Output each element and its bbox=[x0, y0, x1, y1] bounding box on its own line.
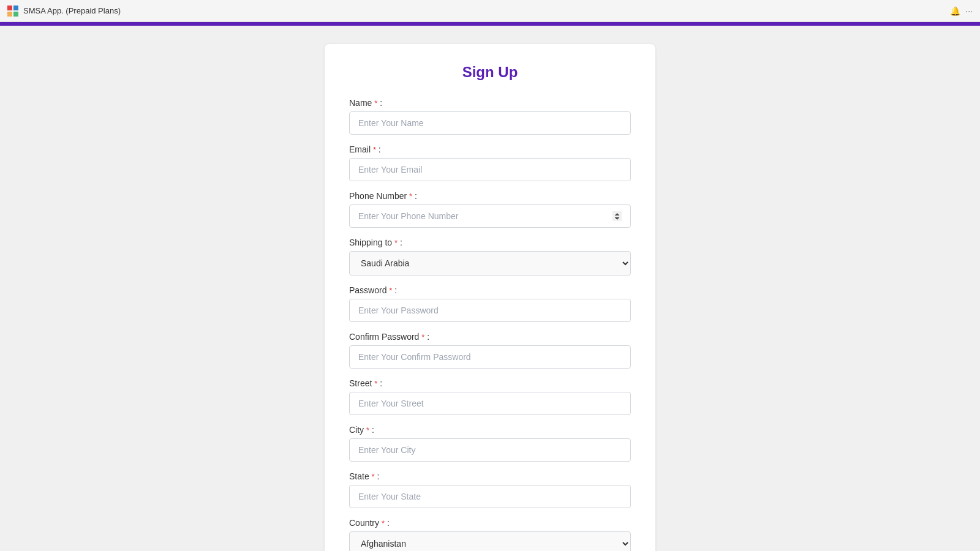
street-field-group: Street * : bbox=[349, 378, 631, 415]
state-label: State * : bbox=[349, 471, 631, 481]
street-input[interactable] bbox=[349, 392, 631, 415]
city-required-star: * bbox=[366, 425, 369, 435]
password-label: Password * : bbox=[349, 285, 631, 295]
confirm-password-input[interactable] bbox=[349, 345, 631, 369]
street-required-star: * bbox=[374, 379, 377, 388]
confirm-password-required-star: * bbox=[421, 332, 424, 342]
shipping-field-group: Shipping to * : Saudi Arabia United Arab… bbox=[349, 238, 631, 276]
password-required-star: * bbox=[389, 286, 392, 295]
country-field-group: Country * : Afghanistan Albania Algeria … bbox=[349, 518, 631, 551]
street-label: Street * : bbox=[349, 378, 631, 388]
country-required-star: * bbox=[382, 519, 385, 528]
city-input[interactable] bbox=[349, 438, 631, 462]
email-input[interactable] bbox=[349, 158, 631, 181]
phone-label: Phone Number * : bbox=[349, 191, 631, 201]
state-required-star: * bbox=[372, 472, 375, 481]
phone-required-star: * bbox=[409, 192, 412, 201]
app-icon bbox=[7, 6, 18, 17]
confirm-password-field-group: Confirm Password * : bbox=[349, 332, 631, 369]
signup-form-card: Sign Up Name * : Email * : Phone Number bbox=[325, 44, 655, 551]
page-content: Sign Up Name * : Email * : Phone Number bbox=[0, 26, 980, 551]
country-select[interactable]: Afghanistan Albania Algeria Saudi Arabia… bbox=[349, 531, 631, 551]
svg-rect-3 bbox=[13, 12, 18, 17]
password-input[interactable] bbox=[349, 299, 631, 322]
menu-icon[interactable]: ··· bbox=[965, 6, 973, 16]
state-field-group: State * : bbox=[349, 471, 631, 508]
svg-rect-1 bbox=[13, 6, 18, 10]
email-field-group: Email * : bbox=[349, 144, 631, 181]
name-label: Name * : bbox=[349, 98, 631, 108]
shipping-select[interactable]: Saudi Arabia United Arab Emirates Kuwait… bbox=[349, 251, 631, 276]
name-required-star: * bbox=[374, 99, 377, 108]
state-input[interactable] bbox=[349, 485, 631, 508]
phone-input[interactable] bbox=[349, 204, 631, 228]
shipping-label: Shipping to * : bbox=[349, 238, 631, 247]
form-title: Sign Up bbox=[349, 64, 631, 81]
confirm-password-label: Confirm Password * : bbox=[349, 332, 631, 342]
name-field-group: Name * : bbox=[349, 98, 631, 135]
name-input[interactable] bbox=[349, 111, 631, 135]
app-title: SMSA App. (Prepaid Plans) bbox=[23, 6, 121, 15]
city-field-group: City * : bbox=[349, 425, 631, 462]
title-bar-right: 🔔 ··· bbox=[950, 6, 973, 16]
title-bar-left: SMSA App. (Prepaid Plans) bbox=[7, 6, 121, 17]
email-label: Email * : bbox=[349, 144, 631, 154]
email-required-star: * bbox=[373, 145, 376, 154]
country-label: Country * : bbox=[349, 518, 631, 528]
city-label: City * : bbox=[349, 425, 631, 435]
svg-rect-2 bbox=[7, 12, 12, 17]
phone-field-group: Phone Number * : bbox=[349, 191, 631, 228]
password-field-group: Password * : bbox=[349, 285, 631, 322]
title-bar: SMSA App. (Prepaid Plans) 🔔 ··· bbox=[0, 0, 980, 22]
notification-icon[interactable]: 🔔 bbox=[950, 6, 960, 16]
shipping-required-star: * bbox=[394, 238, 398, 247]
svg-rect-0 bbox=[7, 6, 12, 10]
